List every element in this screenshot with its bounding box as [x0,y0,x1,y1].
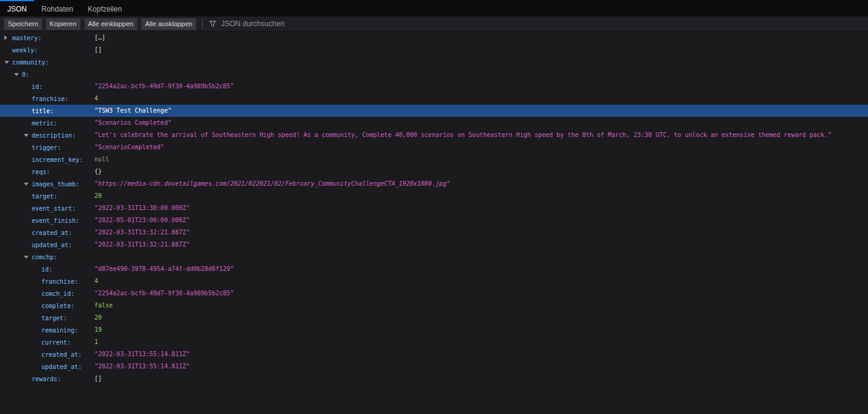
json-value: 20 [94,312,102,324]
json-value: "TSW3 Test Challenge" [94,105,171,117]
tree-row-metric[interactable]: metric:"Scenarios Completed" [0,117,868,129]
json-key-label: target: [41,315,67,321]
json-value: "2022-03-31T13:55:14.811Z" [94,348,190,360]
json-key-label: mastery: [12,35,41,41]
tab-kopfzeilen-label: Kopfzeilen [88,5,122,13]
tree-row-created_at[interactable]: created_at:"2022-03-31T13:55:14.811Z" [0,348,868,360]
json-key-label: updated_at: [41,363,82,370]
json-key-label: event_finish: [32,217,79,224]
save-button[interactable]: Speichern [4,18,42,30]
twisty-expanded-icon[interactable] [24,134,32,137]
tree-row-remaining[interactable]: remaining:19 [0,324,868,336]
tree-row-target[interactable]: target:20 [0,190,868,202]
tree-row-event_start[interactable]: event_start:"2022-03-31T13:30:00.000Z" [0,202,868,214]
tree-row-increment_key[interactable]: increment_key:null [0,153,868,166]
tree-row-reqs[interactable]: reqs:{} [0,166,868,178]
search-filter [209,19,354,29]
twisty-expanded-icon[interactable] [24,183,32,186]
twisty-expanded-icon[interactable] [14,73,22,76]
json-key-label: updated_at: [32,242,72,248]
json-key-label: franchise: [41,278,78,285]
tree-row-rewards[interactable]: rewards:[] [0,373,868,385]
json-key-label: metric: [32,120,57,127]
search-input[interactable] [220,19,354,29]
tree-row-trigger[interactable]: trigger:"ScenarioCompleted" [0,141,868,153]
tab-json-label: JSON [7,5,27,13]
tree-row-franchise[interactable]: franchise:4 [0,93,868,105]
tree-row-id[interactable]: id:"d87ee490-3978-4954-a74f-dd0b28d6f129… [0,263,868,275]
json-key-label: community: [12,59,49,66]
tree-row-images_thumb[interactable]: images_thumb:"https://media-cdn.dovetail… [0,178,868,190]
json-key-label: trigger: [32,144,61,151]
toolbar-separator [202,18,203,30]
json-key-label: title: [32,108,54,114]
tree-row-updated_at[interactable]: updated_at:"2022-03-31T13:55:14.811Z" [0,360,868,373]
tab-json[interactable]: JSON [0,0,34,16]
twisty-collapsed-icon[interactable] [4,35,12,40]
json-value: [] [94,373,102,385]
json-key-label: current: [41,339,71,346]
tree-row-complete[interactable]: complete:false [0,300,868,312]
json-key-label: 0: [22,71,29,78]
json-value: "2022-05-01T23:00:00.000Z" [94,214,190,226]
json-value: [] [94,44,102,56]
json-tree: mastery:[…]weekly:[]community:0:id:"2254… [0,32,868,385]
json-value: false [94,300,113,312]
json-value: […] [94,32,105,44]
json-value: "2254a2ac-bcfb-49d7-9f30-4a989b5b2c85" [94,287,234,300]
json-key-label: event_start: [32,205,76,212]
json-key-label: franchise: [32,96,68,102]
json-value: 20 [94,190,102,202]
json-value: "2022-03-31T13:32:21.887Z" [94,226,190,239]
json-key-label: increment_key: [32,156,83,163]
json-viewer: JSON Rohdaten Kopfzeilen Speichern Kopie… [0,0,868,385]
tree-row-description[interactable]: description:"Let's celebrate the arrival… [0,129,868,141]
json-key-label: reqs: [32,169,50,175]
json-key-label: comch_id: [41,290,74,297]
filter-funnel-icon [209,20,216,27]
json-value: "2254a2ac-bcfb-49d7-9f30-4a989b5b2c85" [94,80,234,93]
json-key-label: id: [32,83,43,90]
tree-row-target[interactable]: target:20 [0,312,868,324]
json-key-label: id: [41,266,52,273]
json-key-label: created_at: [41,351,82,358]
tab-kopfzeilen[interactable]: Kopfzeilen [80,0,129,16]
json-value: 19 [94,324,102,336]
tree-row-current[interactable]: current:1 [0,336,868,348]
json-key-label: target: [32,193,57,200]
json-value: "ScenarioCompleted" [94,141,164,153]
tree-row-community[interactable]: community: [0,56,868,68]
tree-row-comchp[interactable]: comchp: [0,251,868,263]
json-key-label: weekly: [12,47,38,54]
toolbar: Speichern Kopieren Alle einklappen Alle … [0,16,868,32]
twisty-expanded-icon[interactable] [24,256,32,259]
json-value: "Let's celebrate the arrival of Southeas… [94,129,831,141]
tree-row-comch_id[interactable]: comch_id:"2254a2ac-bcfb-49d7-9f30-4a989b… [0,287,868,300]
tree-row-updated_at[interactable]: updated_at:"2022-03-31T13:32:21.887Z" [0,239,868,251]
json-value: 4 [94,93,98,105]
copy-button[interactable]: Kopieren [46,18,80,30]
collapse-all-button[interactable]: Alle einklappen [85,18,138,30]
json-value: "Scenarios Completed" [94,117,171,129]
tree-row-id[interactable]: id:"2254a2ac-bcfb-49d7-9f30-4a989b5b2c85… [0,80,868,93]
tree-row-0[interactable]: 0: [0,68,868,80]
json-key-label: comchp: [32,254,57,261]
expand-all-button[interactable]: Alle ausklappen [141,18,196,30]
tab-rohdaten-label: Rohdaten [41,5,73,13]
json-value: "2022-03-31T13:30:00.000Z" [94,202,190,214]
tree-row-event_finish[interactable]: event_finish:"2022-05-01T23:00:00.000Z" [0,214,868,226]
json-value: "d87ee490-3978-4954-a74f-dd0b28d6f129" [94,263,234,275]
json-value: "2022-03-31T13:55:14.811Z" [94,360,190,373]
tree-row-franchise[interactable]: franchise:4 [0,275,868,287]
tree-row-created_at[interactable]: created_at:"2022-03-31T13:32:21.887Z" [0,226,868,239]
tree-row-title[interactable]: title:"TSW3 Test Challenge" [0,105,868,117]
twisty-expanded-icon[interactable] [4,61,12,64]
json-value: 1 [94,336,98,348]
tree-row-mastery[interactable]: mastery:[…] [0,32,868,44]
json-key-label: remaining: [41,327,78,334]
tree-row-weekly[interactable]: weekly:[] [0,44,868,56]
json-url-link[interactable]: "https://media-cdn.dovetailgames.com/202… [94,178,450,190]
json-value: {} [94,166,102,178]
json-value: "2022-03-31T13:32:21.887Z" [94,239,190,251]
tab-rohdaten[interactable]: Rohdaten [34,0,80,16]
